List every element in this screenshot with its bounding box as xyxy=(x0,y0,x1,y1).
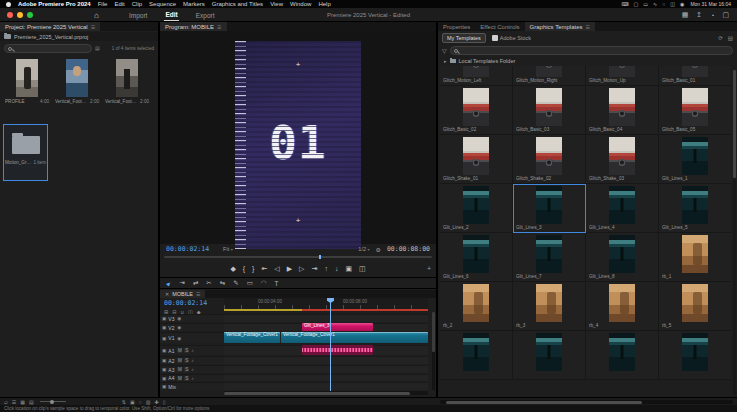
slip-tool-icon[interactable]: ⇆ xyxy=(220,279,225,287)
maximize-icon[interactable]: ▢ xyxy=(722,11,729,19)
crosshair-bottom-icon[interactable]: + xyxy=(296,217,301,225)
mic-icon[interactable]: ♪ xyxy=(191,348,193,353)
hand-tool-icon[interactable]: ◠ xyxy=(261,279,267,287)
apple-menu-icon[interactable] xyxy=(6,2,11,7)
find-icon[interactable]: ○ xyxy=(139,399,142,405)
template-item[interactable]: Glit_Lines_2 xyxy=(440,184,513,233)
freeform-view-icon[interactable]: ▤ xyxy=(29,399,34,405)
program-video-frame[interactable]: 01 + + xyxy=(235,41,361,249)
template-item[interactable]: Glit_Lines_7 xyxy=(513,233,586,282)
program-timecode[interactable]: 00:00:02:14 xyxy=(166,245,209,253)
scrubber-playhead[interactable] xyxy=(319,255,321,259)
bin-breadcrumb[interactable]: Premiere_2025_Vertical.prproj xyxy=(0,32,158,41)
track-lane-a3[interactable] xyxy=(224,365,428,373)
project-readonly-icon[interactable]: ▱ xyxy=(4,399,8,405)
template-item[interactable]: Glitch_Shake_02 xyxy=(513,135,586,184)
template-search-input[interactable] xyxy=(451,47,732,54)
quick-export-icon[interactable]: ↥ xyxy=(696,11,702,19)
track-lane-a4[interactable] xyxy=(224,374,428,381)
menu-item-help[interactable]: Help xyxy=(318,0,330,8)
track-header-v2[interactable]: ▣V2◉ xyxy=(160,323,224,331)
icon-view-icon[interactable]: ▦ xyxy=(20,399,25,405)
clip-a1-audio[interactable] xyxy=(302,345,373,355)
zoom-level-dropdown[interactable]: Fit ▾ xyxy=(223,246,233,252)
template-item[interactable] xyxy=(586,331,659,380)
lift-icon[interactable]: ↑ xyxy=(324,265,328,272)
menu-item-clip[interactable]: Clip xyxy=(132,0,142,8)
panel-menu-icon[interactable]: ☰ xyxy=(91,24,95,30)
panel-menu-icon[interactable]: ☰ xyxy=(217,24,221,30)
lock-icon[interactable]: ▣ xyxy=(162,376,166,381)
mute-button[interactable]: M xyxy=(177,367,182,372)
menu-item-window[interactable]: Window xyxy=(290,0,311,8)
list-view-icon[interactable]: ☰ xyxy=(12,399,16,405)
add-marker-icon[interactable]: ◆ xyxy=(230,265,235,273)
menu-app-name[interactable]: Adobe Premiere Pro 2024 xyxy=(18,0,91,8)
lock-icon[interactable]: ▣ xyxy=(162,336,166,341)
solo-button[interactable]: S xyxy=(184,358,189,363)
solo-button[interactable]: S xyxy=(184,376,189,381)
timeline-ruler[interactable]: 00:00:04:00 00:00:08:00 xyxy=(224,298,428,309)
timeline-playhead[interactable] xyxy=(330,298,331,391)
track-header-a2[interactable]: ▣A2MS♪ xyxy=(160,356,224,364)
track-header-v3[interactable]: ▣V3◉ xyxy=(160,314,224,322)
timeline-horizontal-scrollbar[interactable] xyxy=(224,391,428,395)
project-search-input[interactable] xyxy=(5,45,91,52)
tree-item-local-templates[interactable]: ▸ Local Templates Folder xyxy=(438,57,737,65)
template-item[interactable]: Glitch_Motion_Left xyxy=(440,66,513,86)
scrollbar-thumb[interactable] xyxy=(224,392,410,395)
filter-funnel-icon[interactable]: ▽ xyxy=(442,47,447,54)
track-lane-mix[interactable] xyxy=(224,382,428,390)
project-item[interactable]: Vertical_Footage_Cover12:00 xyxy=(52,55,102,123)
template-item[interactable]: Glitch_Shake_03 xyxy=(586,135,659,184)
header-tab-edit[interactable]: Edit xyxy=(164,9,178,21)
comparison-view-icon[interactable]: ◫ xyxy=(359,265,366,273)
minimize-window-button[interactable] xyxy=(17,12,23,18)
mark-in-icon[interactable]: { xyxy=(243,265,245,272)
automate-sequence-icon[interactable]: ▣ xyxy=(130,399,135,405)
panel-menu-icon[interactable]: ☰ xyxy=(586,24,590,30)
adobe-stock-button[interactable]: Adobe Stock xyxy=(492,35,531,41)
playback-resolution-dropdown[interactable]: 1/2 ▾ xyxy=(358,246,369,252)
menu-item-file[interactable]: File xyxy=(98,0,108,8)
settings-wrench-icon[interactable]: ⚙ xyxy=(376,246,381,253)
display-icon[interactable]: ▢ xyxy=(634,0,639,8)
template-search-box[interactable] xyxy=(450,46,733,55)
track-header-mix[interactable]: ▣Mix xyxy=(160,382,224,390)
template-item[interactable]: Glitch_Motion_Right xyxy=(513,66,586,86)
close-sequence-icon[interactable]: ✕ xyxy=(165,291,169,297)
menu-item-markers[interactable]: Markers xyxy=(183,0,205,8)
lock-icon[interactable]: ▣ xyxy=(162,325,166,330)
template-item[interactable] xyxy=(659,331,731,380)
go-to-in-icon[interactable]: ⇤ xyxy=(261,265,267,273)
menu-item-edit[interactable]: Edit xyxy=(114,0,124,8)
play-icon[interactable]: ▶ xyxy=(287,265,292,273)
templates-horizontal-scrollbar[interactable] xyxy=(440,400,733,404)
scrollbar-thumb[interactable] xyxy=(432,312,435,352)
close-window-button[interactable] xyxy=(7,12,13,18)
go-to-out-icon[interactable]: ⇥ xyxy=(312,265,318,273)
lock-icon[interactable]: ▣ xyxy=(162,348,166,353)
template-item[interactable]: rb_1 xyxy=(659,233,731,282)
mic-icon[interactable]: ♪ xyxy=(191,367,193,372)
rectangle-tool-icon[interactable]: ▭ xyxy=(247,279,253,287)
mute-button[interactable]: M xyxy=(177,358,182,363)
track-lane-a2[interactable] xyxy=(224,356,428,364)
project-item[interactable]: Motion_Graphics1 item xyxy=(2,123,49,191)
mute-button[interactable]: M xyxy=(177,376,182,381)
panel-options-icon[interactable]: ▤ xyxy=(728,35,733,41)
sync-icon[interactable]: ⟳ xyxy=(718,35,723,41)
spotlight-icon[interactable]: ○ xyxy=(662,0,665,8)
template-item[interactable]: Glitch_Motion_Up xyxy=(586,66,659,86)
my-templates-button[interactable]: My Templates xyxy=(442,33,486,43)
template-item[interactable]: rb_2 xyxy=(440,282,513,331)
scrollbar-thumb[interactable] xyxy=(733,70,736,178)
template-item[interactable] xyxy=(440,331,513,380)
lock-icon[interactable]: ▣ xyxy=(162,316,166,321)
zoom-window-button[interactable] xyxy=(27,12,33,18)
clip-v2-graphic[interactable]: Glit_Lines_3 xyxy=(302,323,373,331)
progress-icon[interactable]: ◔ xyxy=(710,12,714,19)
type-tool-icon[interactable]: T xyxy=(275,280,279,287)
template-item[interactable]: Glit_Lines_6 xyxy=(440,233,513,282)
new-bin-icon[interactable]: ▥ xyxy=(146,399,151,405)
